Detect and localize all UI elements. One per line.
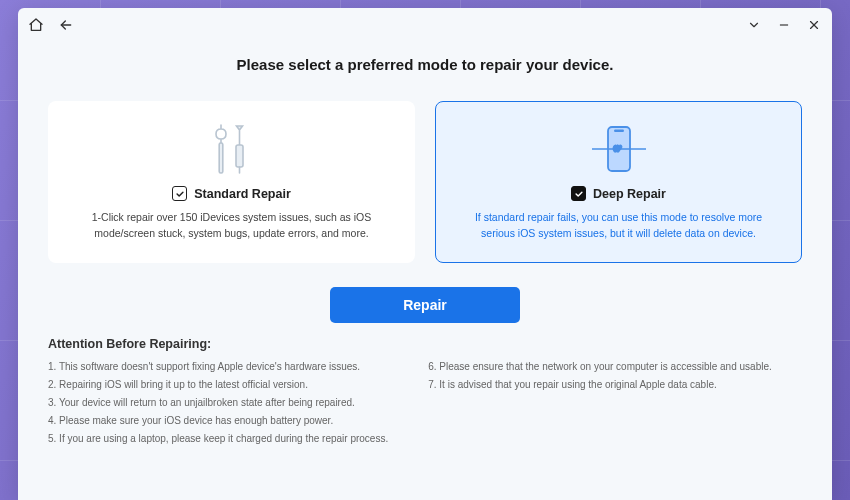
standard-repair-card[interactable]: Standard Repair 1-Click repair over 150 …: [48, 101, 415, 263]
svg-rect-7: [614, 130, 624, 132]
standard-repair-title-row: Standard Repair: [172, 186, 291, 201]
standard-repair-desc: 1-Click repair over 150 iDevices system …: [82, 209, 382, 242]
attention-item: 7. It is advised that you repair using t…: [428, 377, 772, 393]
home-button[interactable]: [28, 17, 44, 33]
deep-repair-desc: If standard repair fails, you can use th…: [469, 209, 769, 242]
attention-list: 1. This software doesn't support fixing …: [48, 359, 802, 447]
attention-item: 1. This software doesn't support fixing …: [48, 359, 388, 375]
svg-rect-3: [219, 143, 223, 173]
repair-button[interactable]: Repair: [330, 287, 520, 323]
deep-repair-card[interactable]: Deep Repair If standard repair fails, yo…: [435, 101, 802, 263]
deep-repair-title-row: Deep Repair: [571, 186, 666, 201]
attention-item: 4. Please make sure your iOS device has …: [48, 413, 388, 429]
wrench-screwdriver-icon: [210, 120, 254, 182]
svg-rect-4: [236, 145, 243, 167]
attention-title: Attention Before Repairing:: [48, 337, 802, 351]
attention-item: 3. Your device will return to an unjailb…: [48, 395, 388, 411]
standard-repair-title: Standard Repair: [194, 187, 291, 201]
attention-item: 5. If you are using a laptop, please kee…: [48, 431, 388, 447]
back-button[interactable]: [58, 17, 74, 33]
titlebar: [18, 8, 832, 42]
chevron-down-icon[interactable]: [746, 17, 762, 33]
close-button[interactable]: [806, 17, 822, 33]
deep-repair-title: Deep Repair: [593, 187, 666, 201]
app-window: Please select a preferred mode to repair…: [18, 8, 832, 500]
attention-item: 6. Please ensure that the network on you…: [428, 359, 772, 375]
checkbox-checked-icon: [571, 186, 586, 201]
mode-cards: Standard Repair 1-Click repair over 150 …: [48, 101, 802, 263]
checkbox-icon: [172, 186, 187, 201]
phone-scan-icon: [584, 120, 654, 182]
minimize-button[interactable]: [776, 17, 792, 33]
content: Please select a preferred mode to repair…: [18, 42, 832, 500]
page-title: Please select a preferred mode to repair…: [48, 56, 802, 73]
attention-item: 2. Repairing iOS will bring it up to the…: [48, 377, 388, 393]
